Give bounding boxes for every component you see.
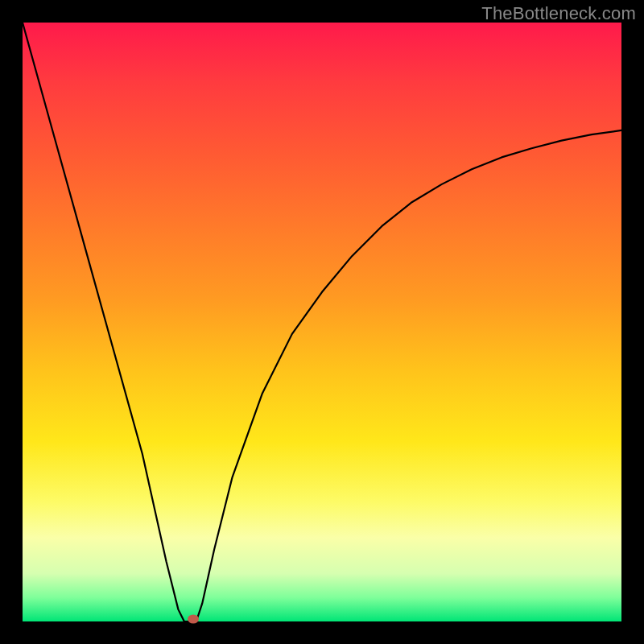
- min-dot: [188, 615, 199, 624]
- bottleneck-curve: [23, 23, 621, 621]
- chart-frame: TheBottleneck.com: [0, 0, 644, 644]
- chart-curve-layer: [23, 23, 621, 621]
- watermark-text: TheBottleneck.com: [481, 3, 636, 24]
